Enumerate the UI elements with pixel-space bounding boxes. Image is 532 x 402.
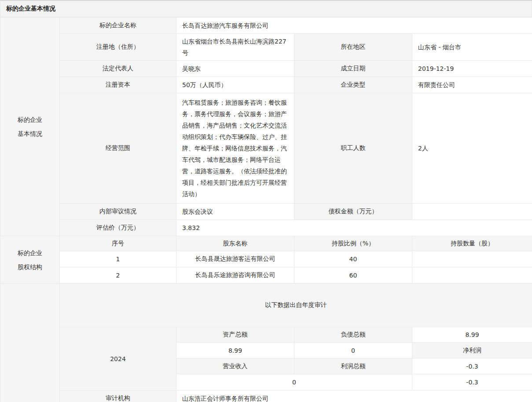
shareholder-ratio: 60 bbox=[294, 267, 412, 284]
field-value-employee-count: 2人 bbox=[412, 93, 532, 204]
field-label-legal-representative: 法定代表人 bbox=[60, 61, 176, 77]
field-value-debt-amount bbox=[412, 204, 532, 220]
field-label-appraisal-price: 评估价（万元） bbox=[60, 220, 176, 236]
financial-value-owner-equity: 8.99 bbox=[412, 327, 532, 343]
financial-header-total-assets: 资产总额 bbox=[176, 327, 294, 343]
financial-value-total-liabilities: 0 bbox=[294, 343, 412, 358]
annual-audit-banner: 以下数据出自年度审计 bbox=[60, 284, 532, 327]
financial-header-total-profit: 利润总额 bbox=[294, 358, 412, 374]
field-label-company-type: 企业类型 bbox=[294, 77, 412, 93]
group-label-basic-info-line1: 标的企业 bbox=[0, 113, 59, 127]
field-value-company-name: 长岛百达旅游汽车服务有限公司 bbox=[176, 18, 532, 34]
shareholder-ratio: 40 bbox=[294, 251, 412, 267]
shareholder-index: 1 bbox=[60, 251, 176, 267]
group-label-equity-structure-line1: 标的企业 bbox=[0, 246, 59, 260]
group-label-equity-structure-line2: 股权结构 bbox=[0, 260, 59, 274]
shareholder-share-count bbox=[412, 251, 532, 267]
financial-value-total-assets: 8.99 bbox=[176, 343, 294, 358]
field-label-company-name: 标的企业名称 bbox=[60, 18, 176, 34]
group-label-basic-info-line2: 基本情况 bbox=[0, 127, 59, 141]
group-label-equity-structure: 标的企业 股权结构 bbox=[0, 236, 60, 284]
field-value-legal-representative: 吴晓东 bbox=[176, 61, 294, 77]
equity-header-share-ratio: 持股比例（%） bbox=[294, 236, 412, 251]
section-title: 标的企业基本情况 bbox=[0, 1, 532, 17]
field-value-region: 山东省 - 烟台市 bbox=[412, 34, 532, 61]
equity-header-shareholder-name: 股东名称 bbox=[176, 236, 294, 251]
field-value-business-scope: 汽车租赁服务；旅游服务咨询；餐饮服务，票务代理服务，会议服务；旅游产品销售，海产… bbox=[176, 93, 294, 204]
enterprise-info-table: 标的企业 基本情况 标的企业名称 长岛百达旅游汽车服务有限公司 注册地（住所） … bbox=[0, 17, 532, 402]
field-value-registered-address: 山东省烟台市长岛县南长山海滨路227号 bbox=[176, 34, 294, 61]
shareholder-name: 长岛县晟达旅游客运有限公司 bbox=[176, 251, 294, 267]
field-value-company-type: 有限责任公司 bbox=[412, 77, 532, 93]
field-label-internal-review: 内部审议情况 bbox=[60, 204, 176, 220]
shareholder-name: 长岛县乐途旅游咨询有限公司 bbox=[176, 267, 294, 284]
field-label-employee-count: 职工人数 bbox=[294, 93, 412, 204]
target-enterprise-info-panel: 标的企业基本情况 标的企业 基本情况 标的企业名称 长岛百达旅游汽车服务有限公司… bbox=[0, 0, 532, 402]
field-value-audit-agency: 山东浩正会计师事务所有限公司 bbox=[176, 391, 532, 402]
equity-header-index: 序号 bbox=[60, 236, 176, 251]
shareholder-share-count bbox=[412, 267, 532, 284]
field-label-registered-capital: 注册资本 bbox=[60, 77, 176, 93]
field-label-founding-date: 成立日期 bbox=[294, 61, 412, 77]
financial-header-revenue: 营业收入 bbox=[176, 358, 294, 374]
field-value-registered-capital: 50万（人民币） bbox=[176, 77, 294, 93]
financial-value-net-profit: -0.3 bbox=[412, 358, 532, 374]
group-label-basic-info: 标的企业 基本情况 bbox=[0, 18, 60, 236]
financial-header-total-liabilities: 负债总额 bbox=[294, 327, 412, 343]
field-value-appraisal-price: 3.832 bbox=[176, 220, 532, 236]
field-label-region: 所在地区 bbox=[294, 34, 412, 61]
group-cell-financials bbox=[0, 284, 60, 402]
field-label-debt-amount: 债权金额（万元） bbox=[294, 204, 412, 220]
field-label-audit-agency: 审计机构 bbox=[60, 391, 176, 402]
shareholder-row: 1 长岛县晟达旅游客运有限公司 40 bbox=[0, 251, 532, 267]
equity-header-share-count: 持股数量（股） bbox=[412, 236, 532, 251]
financial-value-revenue: 0 bbox=[176, 374, 412, 391]
financial-value-total-profit: -0.3 bbox=[412, 374, 532, 391]
field-value-founding-date: 2019-12-19 bbox=[412, 61, 532, 77]
shareholder-index: 2 bbox=[60, 267, 176, 284]
field-label-business-scope: 经营范围 bbox=[60, 93, 176, 204]
field-value-internal-review: 股东会决议 bbox=[176, 204, 294, 220]
financial-header-net-profit: 净利润 bbox=[412, 343, 532, 358]
field-label-registered-address: 注册地（住所） bbox=[60, 34, 176, 61]
financial-year: 2024 bbox=[60, 327, 176, 391]
shareholder-row: 2 长岛县乐途旅游咨询有限公司 60 bbox=[0, 267, 532, 284]
